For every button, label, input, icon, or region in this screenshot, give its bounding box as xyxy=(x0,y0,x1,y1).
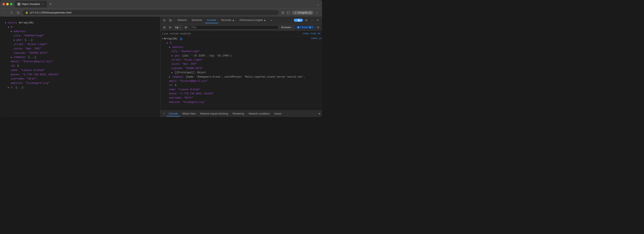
svg-rect-11 xyxy=(171,20,172,21)
drawer-tab-rendering[interactable]: Rendering xyxy=(230,112,246,116)
console-clear-button[interactable] xyxy=(162,25,166,30)
obj-row: username: "Bret" xyxy=(164,96,309,100)
tree-line: city: "Gwenborough" xyxy=(5,34,155,38)
tree-line: email: "Sincere@april.biz" xyxy=(5,60,155,64)
back-button[interactable] xyxy=(2,10,8,15)
svg-line-14 xyxy=(164,27,165,28)
tree-line: name: "Leanne Graham" xyxy=(5,68,155,72)
drawer-close-button[interactable]: × xyxy=(318,112,320,116)
devtools-close-button[interactable]: × xyxy=(315,18,320,23)
item0-toggle[interactable]: ▼ xyxy=(166,42,168,44)
inspector-button[interactable] xyxy=(162,18,167,23)
tree-line: 1: {...} xyxy=(5,86,155,90)
active-tab[interactable]: Object Visualizer × xyxy=(15,1,47,8)
devtools-settings-button[interactable]: ⚙ xyxy=(304,18,309,23)
tree-line: geo: {...} xyxy=(5,38,155,42)
console-settings-button[interactable] xyxy=(316,25,320,30)
svg-rect-18 xyxy=(298,26,299,28)
tab-recorder[interactable]: Recorder ▲ xyxy=(219,18,237,23)
svg-point-17 xyxy=(186,27,186,28)
prototype-toggle[interactable]: ► xyxy=(171,72,172,74)
live-reload-text: Live reload enabled. xyxy=(162,32,192,36)
forward-button[interactable] xyxy=(9,10,14,15)
svg-rect-10 xyxy=(169,19,171,21)
source-link-2[interactable]: index.js:4 xyxy=(309,37,322,40)
company-toggle[interactable] xyxy=(11,56,12,59)
close-button[interactable] xyxy=(2,3,5,6)
svg-rect-6 xyxy=(295,12,296,12)
key-users: users xyxy=(8,21,16,24)
new-tab-button[interactable]: + xyxy=(48,1,54,7)
live-reload-message: Live reload enabled. index.html:45 xyxy=(160,32,322,36)
drawer-tab-network-conditions[interactable]: Network conditions xyxy=(247,112,272,116)
bookmark-button[interactable] xyxy=(280,10,285,15)
issues-badge[interactable]: ▣ 1 xyxy=(294,19,303,22)
tab-network[interactable]: Network xyxy=(176,18,189,23)
tree-line: username: "Bret" xyxy=(5,77,155,81)
browser-menu-button[interactable] xyxy=(314,10,320,15)
devtools-more-button[interactable]: ⋮ xyxy=(310,18,314,23)
incognito-badge: Incognito (2) xyxy=(292,10,314,15)
obj-row: zipcode: "92998-3874" xyxy=(164,66,309,70)
obj-row: name: "Leanne Graham" xyxy=(164,88,309,92)
obj-row: suite: "Apt. 556" xyxy=(164,62,309,66)
drawer-menu-button[interactable]: ⋮ xyxy=(162,112,166,116)
tree-line: zipcode: "92998-3874" xyxy=(5,51,155,56)
page-content: users: Array(10) 0: address: city: "Gwen… xyxy=(0,16,160,117)
url-bar[interactable]: 🔒 127.0.0.1:5500/example/index.html xyxy=(22,10,279,15)
drawer-tab-issues[interactable]: Issues xyxy=(272,112,284,116)
tab-console[interactable]: Console xyxy=(205,18,218,23)
key-0: 0: xyxy=(170,42,172,44)
console-eye-button[interactable] xyxy=(184,25,188,30)
tab-favicon xyxy=(18,3,20,6)
geo-toggle[interactable] xyxy=(14,38,15,42)
devtools-drawer: ⋮ Console What's New Network request blo… xyxy=(160,110,322,117)
geo-toggle[interactable]: ► xyxy=(171,55,172,57)
console-filter-input[interactable] xyxy=(190,25,278,30)
tab-elements[interactable]: Elements xyxy=(190,18,204,23)
issue-counter[interactable]: 1 Issue: ▣ 1 xyxy=(296,26,314,29)
obj-row: ▼ 0: xyxy=(164,41,309,45)
tab-performance-insights[interactable]: Performance insights ▲ xyxy=(238,18,268,23)
tree-line: 0: xyxy=(5,25,155,30)
window-minimize-icon[interactable]: ⌄ xyxy=(317,2,320,6)
console-output: Live reload enabled. index.html:45 ▼ Arr… xyxy=(160,31,322,110)
reload-button[interactable] xyxy=(16,10,21,15)
drawer-tab-whats-new[interactable]: What's New xyxy=(180,112,198,116)
main-area: users: Array(10) 0: address: city: "Gwen… xyxy=(0,16,322,117)
context-selector[interactable]: top xyxy=(174,25,182,30)
maximize-button[interactable] xyxy=(10,3,12,6)
minimize-button[interactable] xyxy=(6,3,9,6)
lock-icon: 🔒 xyxy=(25,11,28,14)
obj-row: ► company: {name: 'Romaguera-Crona', cat… xyxy=(164,75,309,79)
tab-close-button[interactable]: × xyxy=(42,3,44,6)
item0-toggle[interactable] xyxy=(8,26,9,29)
devtools-button[interactable] xyxy=(286,10,291,15)
item1-toggle[interactable] xyxy=(8,86,9,89)
browser-window: Object Visualizer × + ⌄ 🔒 127.0.0.1:5500… xyxy=(0,0,322,117)
drawer-tab-network-request-blocking[interactable]: Network request blocking xyxy=(198,112,230,116)
tab-title: Object Visualizer xyxy=(22,3,40,6)
svg-rect-12 xyxy=(295,20,297,21)
obj-row: phone: "1-770-736-8031 x56442" xyxy=(164,92,309,96)
log-levels-selector[interactable]: All levels xyxy=(280,25,294,30)
title-bar: Object Visualizer × + ⌄ xyxy=(0,0,322,8)
source-link-1[interactable]: index.html:45 xyxy=(301,32,320,36)
obj-row: Array(10) ℹ xyxy=(164,37,309,41)
company-toggle[interactable]: ► xyxy=(169,76,170,78)
array-info-icon[interactable]: ℹ xyxy=(180,38,182,40)
incognito-label: Incognito (2) xyxy=(298,11,312,14)
url-text: 127.0.0.1:5500/example/index.html xyxy=(30,11,71,14)
console-preserve-log-button[interactable] xyxy=(168,25,172,30)
array-expand-toggle[interactable]: ▼ xyxy=(162,38,163,40)
more-tabs-button[interactable]: » xyxy=(269,18,274,23)
drawer-tab-console[interactable]: Console xyxy=(166,112,180,116)
address-toggle[interactable]: ▼ xyxy=(169,46,170,48)
key-address: address: xyxy=(172,46,184,49)
tree-line: phone: "1-770-736-8031 x56442" xyxy=(5,72,155,77)
tree-line: address: xyxy=(5,30,155,34)
browser-actions: Incognito (2) xyxy=(280,10,320,15)
device-toolbar-button[interactable] xyxy=(168,18,173,23)
array-toggle[interactable] xyxy=(5,21,6,24)
address-toggle[interactable] xyxy=(11,30,12,33)
